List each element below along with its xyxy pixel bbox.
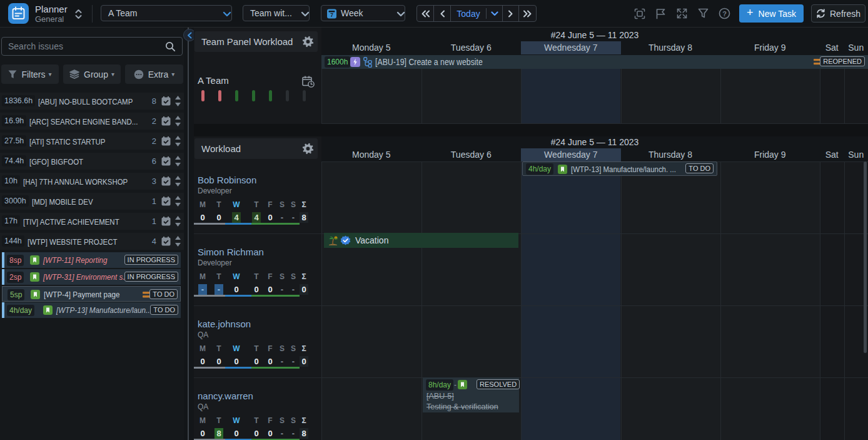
svg-text:?: ? — [722, 10, 727, 18]
svg-text:7: 7 — [330, 12, 333, 18]
